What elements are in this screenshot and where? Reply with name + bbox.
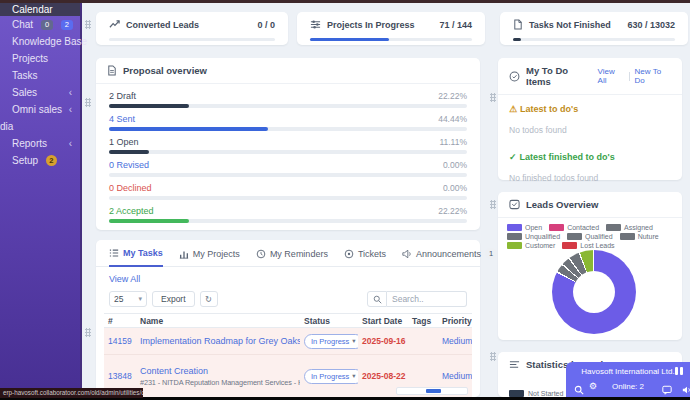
- legend-swatch: [567, 233, 582, 240]
- task-name-link[interactable]: Implementation Roadmap for Grey Oaks Upd…: [140, 336, 300, 346]
- proposal-progress-track: [109, 196, 467, 200]
- priority-dropdown[interactable]: Medium ▾: [442, 336, 468, 346]
- search-icon: [367, 291, 387, 307]
- drag-handle-icon[interactable]: [490, 93, 496, 102]
- card-value: 0 / 0: [257, 20, 275, 30]
- columns-icon[interactable]: [675, 367, 684, 375]
- page-size-select[interactable]: 25 ▾: [109, 291, 147, 307]
- sidebar-item-knowledge-base[interactable]: Knowledge Base: [0, 33, 80, 50]
- sidebar-item-label: Tasks: [12, 70, 38, 81]
- todo-view-all-link[interactable]: View All: [598, 67, 624, 85]
- chevron-down-icon: ▾: [352, 337, 355, 345]
- card-value: 630 / 13032: [627, 20, 675, 30]
- sidebar-item-tasks[interactable]: Tasks: [0, 67, 80, 84]
- card-title: Converted Leads: [126, 20, 199, 30]
- legend-item[interactable]: Contacted: [549, 224, 599, 231]
- status-bar-url: erp-havosoft.collaboratoor.com/old/admin…: [0, 388, 143, 398]
- proposal-status-link[interactable]: 1 Open: [109, 136, 139, 148]
- sidebar-item-label: Calendar: [12, 4, 53, 15]
- task-id-link[interactable]: 14159: [104, 336, 136, 346]
- todo-clock-icon: [509, 71, 520, 82]
- col-header-id[interactable]: #: [104, 316, 136, 326]
- sidebar-item-sales[interactable]: Sales ‹: [0, 84, 80, 101]
- sidebar-item-chat[interactable]: Chat 0 2: [0, 16, 80, 33]
- sidebar-item-media[interactable]: dia: [0, 118, 80, 135]
- tab-announcements[interactable]: Announcements 1: [402, 248, 497, 266]
- proposal-progress-fill: [109, 104, 189, 108]
- legend-label: Customer: [525, 242, 555, 249]
- chat-widget[interactable]: Havosoft International Ltd. ⚙ Online: 2: [566, 362, 690, 397]
- drag-handle-icon[interactable]: [85, 328, 91, 337]
- col-header-status[interactable]: Status: [300, 316, 358, 326]
- tab-tickets[interactable]: Tickets: [344, 248, 386, 266]
- legend-item[interactable]: Lost Leads: [562, 242, 614, 249]
- legend-label: Contacted: [567, 224, 599, 231]
- status-value: In Progress: [311, 372, 349, 381]
- task-id-link[interactable]: 13848: [104, 371, 136, 381]
- new-todo-link[interactable]: New To Do: [635, 67, 671, 85]
- legend-swatch: [549, 224, 564, 231]
- drag-handle-icon[interactable]: [490, 200, 496, 209]
- horizontal-scrollbar[interactable]: [396, 387, 468, 395]
- proposal-status-link[interactable]: 4 Sent: [109, 113, 135, 125]
- refresh-button[interactable]: ↻: [200, 291, 218, 307]
- tab-my-tasks[interactable]: My Tasks: [109, 248, 163, 267]
- proposal-percent: 11.11%: [439, 136, 467, 148]
- widget-tabs: My Tasks My Projects My Reminders Ticket…: [96, 240, 480, 267]
- col-header-tags[interactable]: Tags: [408, 316, 438, 326]
- chat-company-name: Havosoft International Ltd.: [566, 362, 690, 376]
- sliders-icon: [310, 19, 321, 30]
- card-title: Projects In Progress: [327, 20, 415, 30]
- status-dropdown[interactable]: In Progress ▾: [304, 369, 358, 384]
- legend-item[interactable]: Qualified: [567, 233, 613, 240]
- latest-todos-heading: Latest to do's: [520, 104, 578, 114]
- refresh-icon: ↻: [205, 294, 212, 304]
- view-all-link[interactable]: View All: [109, 274, 140, 284]
- legend-item[interactable]: Nuture: [620, 233, 659, 240]
- tab-my-projects[interactable]: My Projects: [179, 248, 240, 266]
- col-header-name[interactable]: Name: [136, 316, 300, 326]
- sidebar-item-setup[interactable]: Setup 2: [0, 152, 80, 169]
- table-header-row: # Name Status Start Date Tags Priority: [104, 313, 472, 328]
- proposal-status-link[interactable]: 0 Revised: [109, 159, 149, 171]
- col-header-priority[interactable]: Priority: [438, 316, 472, 326]
- legend-swatch: [507, 224, 522, 231]
- sidebar-item-label: Knowledge Base: [12, 36, 87, 47]
- start-date: 2025-09-16: [358, 336, 408, 346]
- sidebar-item-reports[interactable]: Reports ‹: [0, 135, 80, 152]
- proposal-row: 0 Declined 0.00%: [109, 182, 467, 200]
- projects-in-progress-card: Projects In Progress 71 / 144: [297, 12, 485, 45]
- proposal-status-link[interactable]: 2 Draft: [109, 90, 136, 102]
- sidebar-item-calendar[interactable]: Calendar: [0, 3, 80, 16]
- task-name-link[interactable]: Content Creation: [140, 366, 208, 376]
- drag-handle-icon[interactable]: [85, 98, 91, 107]
- col-header-start-date[interactable]: Start Date: [358, 316, 408, 326]
- donut-hole: [573, 271, 615, 313]
- table-controls: 25 ▾ Export ↻: [109, 291, 467, 307]
- proposal-percent: 0.00%: [443, 159, 467, 171]
- legend-item[interactable]: Open: [507, 224, 542, 231]
- proposal-status-link[interactable]: 2 Accepted: [109, 205, 154, 217]
- progress-fill: [310, 38, 389, 41]
- search-input[interactable]: [387, 291, 467, 307]
- sidebar-item-projects[interactable]: Projects: [0, 50, 80, 67]
- no-todos-text: No todos found: [509, 125, 671, 135]
- legend-item[interactable]: Assigned: [606, 224, 653, 231]
- proposal-progress-fill: [109, 127, 268, 131]
- drag-handle-icon[interactable]: [490, 352, 496, 361]
- legend-item[interactable]: Unqualified: [507, 233, 560, 240]
- sidebar-item-omni-sales[interactable]: Omni sales ‹: [0, 101, 80, 118]
- dashboard-app: Calendar Chat 0 2 Knowledge Base Project…: [0, 0, 690, 400]
- proposal-status-link[interactable]: 0 Declined: [109, 182, 152, 194]
- status-dropdown[interactable]: In Progress ▾: [304, 334, 358, 349]
- proposal-progress-track: [109, 127, 467, 131]
- leads-donut[interactable]: [552, 250, 636, 334]
- priority-dropdown[interactable]: Medium ▾: [442, 371, 468, 381]
- drag-handle-icon[interactable]: [85, 20, 91, 29]
- scrollbar-thumb[interactable]: [426, 389, 441, 393]
- export-button[interactable]: Export: [152, 291, 195, 307]
- legend-item[interactable]: Customer: [507, 242, 555, 249]
- tab-my-reminders[interactable]: My Reminders: [256, 248, 328, 266]
- proposal-row: 1 Open 11.11%: [109, 136, 467, 154]
- task-list-icon: [109, 248, 119, 258]
